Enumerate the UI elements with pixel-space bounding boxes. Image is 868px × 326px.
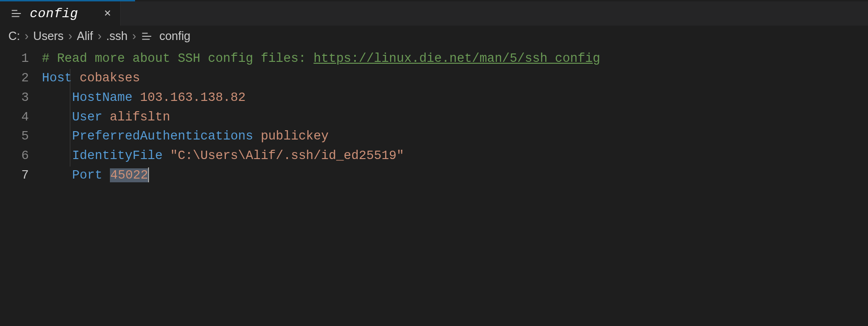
code-line[interactable]: User alifsltn [42, 108, 868, 127]
line-number: 6 [0, 146, 42, 166]
line-number: 7 [0, 166, 42, 186]
breadcrumb-file[interactable]: config [159, 29, 190, 43]
breadcrumb-segment[interactable]: C: [8, 29, 20, 43]
line-number: 1 [0, 49, 42, 69]
breadcrumb-segment[interactable]: .ssh [106, 29, 128, 43]
tab-bar: config ✕ [0, 1, 868, 26]
indent-guide [70, 69, 70, 166]
breadcrumb-segment[interactable]: Alif [77, 29, 93, 43]
code-line[interactable]: Host cobakses [42, 69, 868, 88]
text-cursor [148, 167, 149, 182]
code-line[interactable]: PreferredAuthentications publickey [42, 127, 868, 146]
line-number: 2 [0, 69, 42, 88]
breadcrumb-segment[interactable]: Users [33, 29, 63, 43]
lines-icon [10, 7, 22, 20]
close-icon[interactable]: ✕ [104, 8, 111, 19]
line-number: 3 [0, 88, 42, 108]
editor-window: config ✕ C: › Users › Alif › .ssh › conf… [0, 0, 868, 326]
chevron-right-icon: › [25, 29, 28, 43]
chevron-right-icon: › [68, 29, 72, 43]
line-number: 5 [0, 127, 42, 146]
chevron-right-icon: › [132, 29, 136, 43]
breadcrumb[interactable]: C: › Users › Alif › .ssh › config [0, 26, 868, 47]
chevron-right-icon: › [98, 29, 102, 43]
code-area[interactable]: # Read more about SSH config files: http… [42, 49, 868, 326]
tab-label: config [30, 7, 78, 21]
code-editor[interactable]: 1234567 # Read more about SSH config fil… [0, 47, 868, 326]
line-number: 4 [0, 108, 42, 127]
line-number-gutter: 1234567 [0, 49, 42, 326]
tab-config[interactable]: config ✕ [0, 1, 121, 26]
code-line[interactable]: HostName 103.163.138.82 [42, 88, 868, 108]
lines-icon [141, 30, 153, 42]
code-line[interactable]: Port 45022 [42, 166, 868, 186]
code-line[interactable]: IdentityFile "C:\Users\Alif/.ssh/id_ed25… [42, 146, 868, 166]
code-line[interactable]: # Read more about SSH config files: http… [42, 49, 868, 69]
